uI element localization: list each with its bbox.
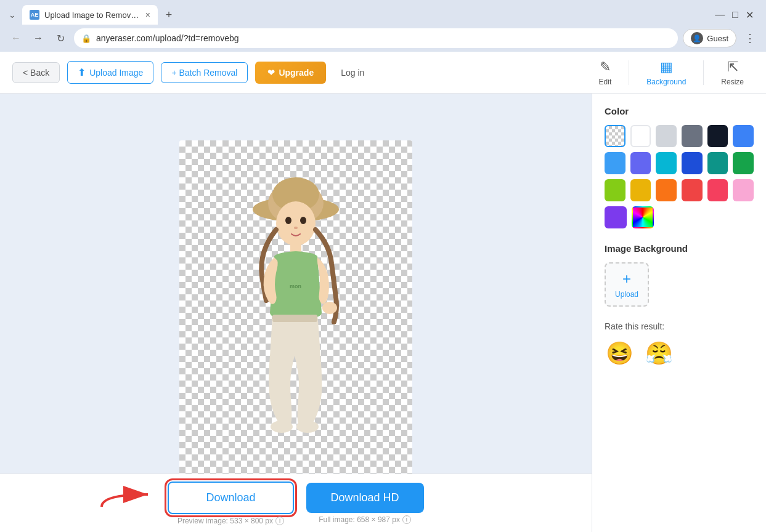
- color-swatch-lightblue[interactable]: [605, 152, 625, 174]
- download-hd-button[interactable]: Download HD: [306, 483, 424, 513]
- svg-point-11: [271, 421, 293, 433]
- color-label: Color: [605, 106, 754, 116]
- upload-icon: ⬆: [78, 66, 86, 78]
- subject-image: mon: [222, 165, 370, 448]
- color-swatch-transparent[interactable]: [605, 125, 625, 147]
- address-bar[interactable]: 🔒 anyeraser.com/upload/?td=removebg: [74, 28, 678, 48]
- back-button[interactable]: < Back: [12, 62, 60, 83]
- back-nav-button[interactable]: ←: [7, 30, 25, 47]
- color-swatch-gray[interactable]: [682, 125, 703, 147]
- color-swatch-black[interactable]: [707, 125, 728, 147]
- heart-icon: ❤: [267, 68, 275, 78]
- url-text: anyeraser.com/upload/?td=removebg: [96, 33, 670, 43]
- color-swatch-orange[interactable]: [656, 179, 677, 201]
- svg-point-5: [300, 217, 306, 224]
- color-swatch-purple[interactable]: [605, 206, 627, 228]
- canvas-area: mon ✎ − 100% + ⧉ ◫ Downl: [0, 94, 592, 532]
- full-info-icon[interactable]: i: [402, 515, 411, 524]
- right-panel: Color: [592, 94, 766, 532]
- full-info: Full image: 658 × 987 px i: [319, 515, 411, 524]
- color-row-2: [605, 152, 754, 174]
- svg-text:mon: mon: [290, 283, 301, 289]
- upload-background-button[interactable]: + Upload: [605, 262, 649, 307]
- tool-divider: [629, 60, 629, 85]
- color-swatch-red[interactable]: [682, 179, 703, 201]
- emoji-row: 😆 😤: [605, 339, 754, 368]
- color-swatch-cyan[interactable]: [656, 152, 677, 174]
- svg-point-6: [294, 227, 298, 229]
- background-tool-button[interactable]: ▦ Background: [637, 54, 696, 91]
- upload-plus-icon: +: [622, 270, 631, 288]
- color-swatch-pink[interactable]: [733, 179, 754, 201]
- rate-label: Rate this result:: [605, 321, 754, 331]
- svg-point-4: [285, 217, 291, 224]
- tab-list-button[interactable]: ⌄: [5, 7, 20, 22]
- background-icon: ▦: [660, 59, 673, 75]
- bottom-bar: Download Preview image: 533 × 800 px i D…: [0, 474, 592, 532]
- upload-bg-label: Upload: [615, 290, 638, 299]
- edit-icon: ✎: [600, 59, 611, 75]
- color-swatch-gradient[interactable]: [632, 206, 654, 228]
- login-button[interactable]: Log in: [333, 63, 372, 83]
- download-button[interactable]: Download: [168, 482, 293, 514]
- color-row-4: [605, 206, 754, 228]
- reload-button[interactable]: ↻: [52, 30, 69, 47]
- preview-info: Preview image: 533 × 800 px i: [177, 517, 284, 525]
- svg-point-8: [322, 302, 337, 314]
- color-swatch-indigo[interactable]: [630, 152, 651, 174]
- resize-tool-button[interactable]: ⇱ Resize: [711, 54, 754, 91]
- close-button[interactable]: ✕: [746, 9, 754, 21]
- batch-removal-button[interactable]: + Batch Removal: [161, 62, 248, 83]
- color-row-3: [605, 179, 754, 201]
- color-swatch-teal[interactable]: [707, 152, 728, 174]
- guest-icon: 👤: [691, 32, 703, 44]
- color-section: Color: [605, 106, 754, 228]
- color-swatch-lightgray[interactable]: [656, 125, 677, 147]
- browser-menu-button[interactable]: ⋮: [741, 30, 759, 47]
- upload-image-button[interactable]: ⬆ Upload Image: [67, 61, 153, 84]
- color-row-1: [605, 125, 754, 147]
- tab-title: Upload Image to Remove B...: [44, 10, 141, 20]
- image-canvas: mon: [179, 140, 412, 485]
- image-background-section: Image Background + Upload: [605, 243, 754, 307]
- image-bg-label: Image Background: [605, 243, 754, 254]
- upgrade-button[interactable]: ❤ Upgrade: [255, 62, 326, 84]
- guest-label: Guest: [707, 34, 728, 43]
- happy-emoji-button[interactable]: 😆: [605, 339, 634, 368]
- preview-info-icon[interactable]: i: [275, 517, 284, 525]
- svg-rect-10: [272, 315, 317, 322]
- angry-emoji-button[interactable]: 😤: [644, 339, 674, 368]
- tool-divider-2: [703, 60, 704, 85]
- minimize-button[interactable]: —: [715, 9, 725, 21]
- color-swatch-white[interactable]: [630, 125, 651, 147]
- maximize-button[interactable]: □: [732, 9, 738, 21]
- tab-favicon: AE: [30, 10, 39, 20]
- forward-nav-button[interactable]: →: [30, 30, 47, 47]
- color-swatch-lime[interactable]: [605, 179, 625, 201]
- active-tab[interactable]: AE Upload Image to Remove B... ×: [22, 5, 158, 25]
- svg-point-12: [296, 421, 319, 433]
- edit-tool-button[interactable]: ✎ Edit: [589, 54, 622, 91]
- red-arrow: [99, 479, 173, 512]
- color-swatch-darkblue[interactable]: [682, 152, 703, 174]
- color-swatch-yellow[interactable]: [630, 179, 651, 201]
- rate-section: Rate this result: 😆 😤: [605, 321, 754, 368]
- guest-button[interactable]: 👤 Guest: [683, 29, 736, 47]
- color-swatch-green[interactable]: [733, 152, 754, 174]
- color-swatch-rose[interactable]: [707, 179, 728, 201]
- new-tab-button[interactable]: +: [160, 6, 177, 23]
- resize-icon: ⇱: [727, 59, 738, 75]
- tab-close-button[interactable]: ×: [145, 10, 150, 20]
- svg-point-3: [276, 201, 316, 246]
- color-swatch-blue[interactable]: [733, 125, 754, 147]
